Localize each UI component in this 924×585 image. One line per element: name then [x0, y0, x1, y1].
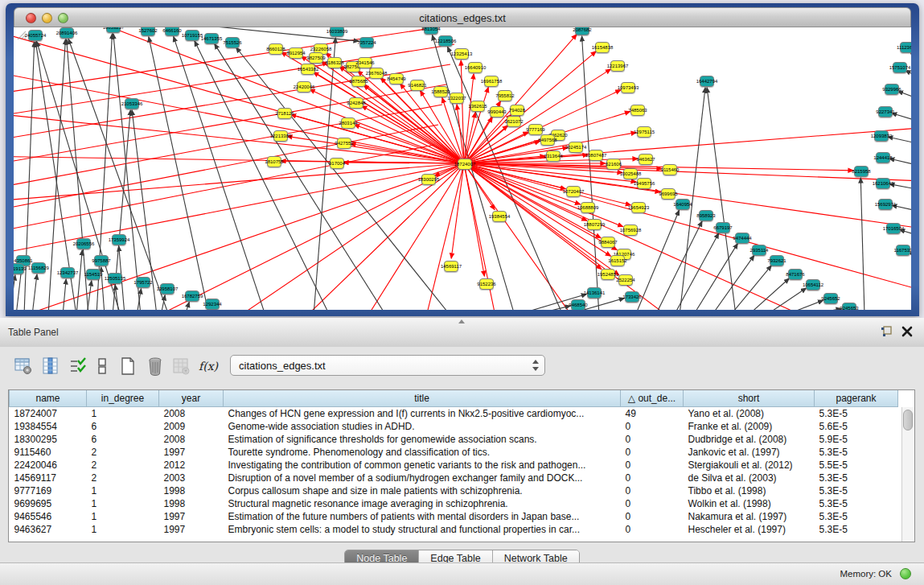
graph-node[interactable]: 19654923 [631, 202, 646, 213]
graph-node[interactable]: 15692971 [878, 199, 893, 210]
graph-node[interactable]: 12975115 [637, 126, 651, 138]
graph-node[interactable]: 8471676 [788, 269, 803, 280]
graph-node[interactable]: 20206556 [76, 238, 91, 249]
graph-node[interactable]: 9427552 [337, 138, 351, 149]
graph-node[interactable]: 917004 [330, 158, 344, 169]
graph-node[interactable]: 10654112 [806, 279, 820, 290]
graph-node[interactable]: 10756928 [623, 225, 638, 236]
graph-node[interactable]: 12213389 [273, 130, 288, 142]
close-panel-icon[interactable] [901, 325, 913, 338]
graph-node[interactable]: 10720407 [566, 186, 581, 197]
graph-node[interactable]: 9875685 [351, 76, 366, 87]
graph-node[interactable]: 3919139 [14, 263, 24, 274]
table-row[interactable]: 1830029562008Estimation of significance … [10, 433, 898, 446]
attribute-table[interactable]: namein_degreeyeartitle△ out_de...shortpa… [8, 389, 915, 542]
table-source-dropdown[interactable]: citations_edges.txt [230, 355, 545, 376]
graph-node[interactable]: 16543382 [301, 64, 315, 75]
graph-node[interactable]: 1795722 [136, 277, 150, 288]
show-columns-icon[interactable] [40, 356, 61, 377]
graph-node[interactable]: 1733426 [625, 291, 639, 303]
table-row[interactable]: 1456911722003Disruption of a novel membe… [10, 472, 898, 484]
graph-node[interactable]: 7485063 [630, 105, 645, 116]
graph-node[interactable]: 14569117 [444, 261, 458, 272]
graph-node[interactable]: 2522254 [618, 274, 633, 286]
graph-node[interactable]: 12093832 [874, 130, 889, 142]
graph-node[interactable]: 10025488 [623, 168, 638, 179]
graph-node[interactable]: 1615152 [610, 255, 625, 266]
float-panel-icon[interactable] [881, 326, 892, 337]
graph-node[interactable]: 2935114 [752, 245, 766, 256]
graph-node[interactable]: 8660128 [269, 43, 283, 55]
graph-node[interactable]: 8813054 [424, 27, 438, 35]
graph-node[interactable]: 1322037 [450, 93, 464, 104]
graph-node[interactable]: 18724007 [458, 159, 472, 170]
table-vertical-scrollbar[interactable] [901, 407, 914, 542]
graph-node[interactable]: 9329966 [885, 84, 899, 95]
table-row[interactable]: 1872400712008Changes of HCN gene express… [10, 407, 898, 421]
splitter-handle-icon[interactable] [458, 319, 465, 323]
graph-node[interactable]: 9463627 [639, 154, 653, 165]
graph-node[interactable]: 9146821 [410, 80, 425, 91]
graph-node[interactable]: 2718126 [277, 108, 292, 119]
graph-node[interactable]: 11156829 [31, 262, 46, 274]
graph-node[interactable]: 14136141 [587, 287, 602, 299]
graph-node[interactable]: 24055724 [28, 30, 43, 41]
graph-node[interactable]: 12505135 [108, 273, 122, 284]
graph-node[interactable]: 18807299 [587, 219, 602, 230]
delete-column-icon[interactable] [170, 356, 191, 377]
graph-node[interactable]: 19495756 [637, 178, 651, 189]
graph-node[interactable]: 16210643 [876, 178, 890, 189]
graph-node[interactable]: 17359924 [112, 234, 126, 245]
graph-node[interactable]: 9242848 [349, 97, 363, 109]
graph-node[interactable]: 1621072 [507, 116, 521, 127]
graph-node[interactable]: 8454749 [389, 73, 404, 84]
graph-node[interactable]: 16640910 [468, 62, 483, 73]
graph-node[interactable]: 7357224 [359, 37, 374, 48]
graph-node[interactable]: 19384554 [492, 211, 507, 222]
select-attributes-icon[interactable] [68, 356, 88, 377]
graph-node[interactable]: 9468540 [571, 299, 585, 310]
graph-node[interactable]: 6466160 [165, 27, 179, 36]
graph-node[interactable]: 9884067 [601, 237, 615, 248]
graph-node[interactable]: 2313644 [546, 150, 561, 162]
column-header[interactable]: year [159, 390, 224, 407]
graph-node[interactable]: 9990443 [490, 106, 504, 117]
graph-node[interactable]: 15751074 [893, 62, 907, 73]
column-header[interactable]: pagerank [815, 390, 898, 407]
graph-node[interactable]: 10688809 [581, 202, 595, 213]
graph-node[interactable]: 10807487 [589, 150, 603, 161]
graph-node[interactable]: 16961758 [484, 76, 499, 87]
table-row[interactable]: 946362711997Embryonic stem cells: a mode… [10, 523, 898, 536]
column-header[interactable]: △ out_de... [621, 390, 684, 407]
table-row[interactable]: 969969511998Structural magnetic resonanc… [10, 497, 898, 510]
graph-node[interactable]: 10719155 [185, 30, 199, 41]
network-window-titlebar[interactable]: citations_edges.txt [14, 7, 911, 27]
column-header[interactable]: in_degree [87, 390, 159, 407]
network-canvas[interactable]: 1872400786601288912954232260589827509165… [14, 27, 911, 310]
column-header[interactable]: name [10, 390, 87, 407]
graph-node[interactable]: 1640954 [676, 199, 690, 210]
table-row[interactable]: 2242004622012Investigating the contribut… [10, 459, 898, 472]
graph-node[interactable]: 9777169 [528, 124, 543, 135]
graph-node[interactable]: 12325413 [454, 48, 469, 60]
table-row[interactable]: 1938455462009Genome-wide association stu… [10, 420, 898, 433]
graph-node[interactable]: 8958923 [699, 210, 713, 221]
column-header[interactable]: short [684, 390, 815, 407]
graph-node[interactable]: 14671355 [204, 33, 219, 44]
graph-node[interactable]: 1167533 [896, 245, 910, 256]
graph-node[interactable]: 17016504 [886, 223, 901, 234]
graph-node[interactable]: 20891406 [60, 27, 74, 39]
graph-node[interactable]: 1292344 [205, 299, 220, 310]
graph-node[interactable]: 22420046 [297, 81, 311, 93]
graph-node[interactable]: 16442794 [700, 76, 714, 87]
graph-node[interactable]: 8215958 [854, 166, 869, 177]
resize-grip-icon[interactable] [14, 27, 27, 40]
graph-node[interactable]: 9827509 [309, 52, 323, 64]
table-settings-icon[interactable] [13, 356, 34, 377]
graph-node[interactable]: 621606 [606, 159, 621, 170]
graph-node[interactable]: 1244418 [876, 152, 890, 163]
graph-node[interactable]: 12213967 [610, 60, 625, 72]
graph-node[interactable]: 2341546 [358, 57, 372, 68]
memory-ok-indicator-icon[interactable] [900, 568, 911, 579]
row-view-icon[interactable] [92, 356, 113, 377]
